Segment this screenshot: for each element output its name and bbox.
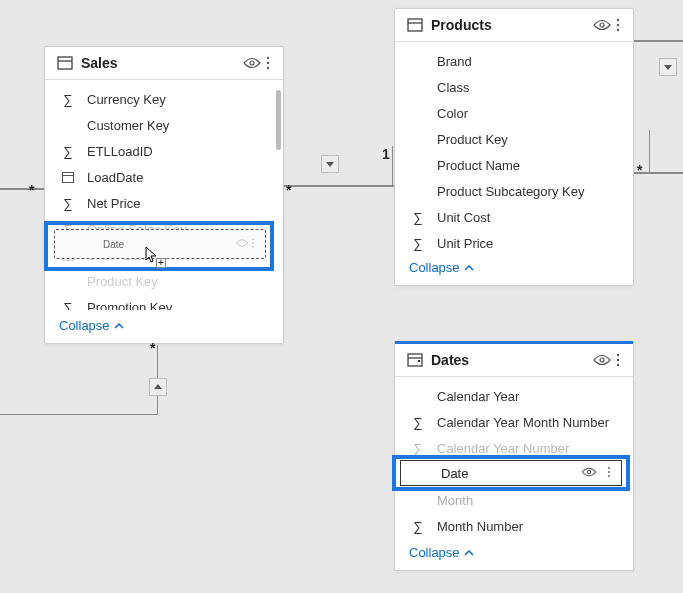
visibility-icon[interactable] [581, 466, 597, 481]
field-list[interactable]: ∑Currency Key Customer Key ∑ETLLoadID Lo… [45, 80, 283, 310]
svg-point-11 [252, 242, 254, 244]
more-icon[interactable] [263, 55, 273, 71]
sigma-icon: ∑ [59, 300, 77, 311]
more-icon[interactable] [605, 465, 613, 482]
field-row[interactable]: Product Name [395, 152, 633, 178]
collapse-link[interactable]: Collapse [395, 252, 633, 285]
visibility-icon[interactable] [593, 353, 611, 367]
table-header[interactable]: Products [395, 9, 633, 42]
table-dates[interactable]: Dates Calendar Year ∑Calendar Year Month… [394, 341, 634, 571]
table-title: Products [431, 17, 585, 33]
sigma-icon: ∑ [409, 210, 427, 225]
chevron-up-icon [464, 545, 474, 560]
svg-point-5 [267, 67, 269, 69]
field-row[interactable]: Product Key [395, 126, 633, 152]
cardinality-one: 1 [382, 146, 390, 162]
chevron-up-icon [464, 260, 474, 275]
table-icon [407, 17, 423, 33]
field-row[interactable]: ∑Unit Cost [395, 204, 633, 230]
sigma-icon: ∑ [409, 236, 427, 251]
field-row[interactable]: ∑ETLLoadID [45, 138, 283, 164]
cardinality-many: * [286, 182, 291, 198]
sigma-icon: ∑ [409, 441, 427, 456]
field-row[interactable]: ∑Calendar Year Month Number [395, 409, 633, 435]
collapse-link[interactable]: Collapse [395, 537, 633, 570]
svg-point-4 [267, 62, 269, 64]
svg-point-15 [600, 23, 604, 27]
table-icon [57, 55, 73, 71]
copy-badge: + [156, 258, 166, 268]
field-row[interactable]: Brand [395, 48, 633, 74]
field-row[interactable]: ∑Promotion Key [45, 294, 283, 310]
table-title: Dates [431, 352, 585, 368]
svg-point-24 [617, 364, 619, 366]
chevron-up-icon [114, 318, 124, 333]
svg-point-17 [617, 24, 619, 26]
scrollbar-thumb[interactable] [276, 90, 281, 150]
svg-point-22 [617, 354, 619, 356]
cardinality-many: * [29, 182, 34, 198]
svg-point-18 [617, 29, 619, 31]
sigma-icon: ∑ [409, 519, 427, 534]
table-sales[interactable]: Sales ∑Currency Key Customer Key ∑ETLLoa… [44, 46, 284, 344]
filter-direction-arrow [149, 378, 167, 396]
field-row[interactable]: Product Subcategory Key [395, 178, 633, 204]
more-icon [249, 237, 257, 251]
svg-point-10 [252, 238, 254, 240]
sigma-icon: ∑ [59, 196, 77, 211]
svg-point-16 [617, 19, 619, 21]
svg-point-25 [587, 470, 590, 473]
svg-point-27 [608, 471, 610, 473]
svg-point-21 [600, 358, 604, 362]
field-list[interactable]: Calendar Year ∑Calendar Year Month Numbe… [395, 377, 633, 537]
svg-point-28 [608, 475, 610, 477]
field-row[interactable]: LoadDate [45, 164, 283, 190]
svg-point-23 [617, 359, 619, 361]
svg-rect-0 [58, 57, 72, 69]
svg-rect-13 [408, 19, 422, 31]
visibility-icon [235, 238, 249, 250]
field-list[interactable]: Brand Class Color Product Key Product Na… [395, 42, 633, 252]
field-row[interactable]: Product Key [45, 268, 283, 294]
table-title: Sales [81, 55, 235, 71]
sigma-icon: ∑ [409, 415, 427, 430]
field-row[interactable]: Color [395, 100, 633, 126]
filter-direction-arrow [321, 155, 339, 173]
svg-point-3 [267, 57, 269, 59]
field-row[interactable]: Month [395, 487, 633, 513]
collapse-link[interactable]: Collapse [45, 310, 283, 343]
table-header[interactable]: Sales [45, 47, 283, 80]
svg-rect-6 [63, 173, 74, 183]
svg-point-2 [250, 61, 254, 65]
svg-point-12 [252, 246, 254, 248]
more-icon[interactable] [613, 17, 623, 33]
cardinality-many: * [637, 162, 642, 178]
field-row[interactable]: Class [395, 74, 633, 100]
visibility-icon[interactable] [243, 56, 261, 70]
svg-point-26 [608, 467, 610, 469]
filter-direction-arrow [659, 58, 677, 76]
visibility-icon[interactable] [593, 18, 611, 32]
drag-ghost: Date [54, 229, 266, 259]
table-header[interactable]: Dates [395, 344, 633, 377]
sigma-icon: ∑ [59, 92, 77, 107]
field-row[interactable]: ∑Currency Key [45, 86, 283, 112]
more-icon[interactable] [613, 352, 623, 368]
field-row[interactable]: Customer Key [45, 112, 283, 138]
table-products[interactable]: Products Brand Class Color Product Key P… [394, 8, 634, 286]
field-row[interactable]: ∑Calendar Year Number [395, 435, 633, 461]
field-row[interactable]: ∑Net Price [45, 190, 283, 216]
field-row[interactable]: ∑Month Number [395, 513, 633, 537]
selected-field-date[interactable]: Date [400, 460, 622, 486]
cardinality-many: * [150, 340, 155, 356]
calculation-table-icon [407, 352, 423, 368]
sigma-icon: ∑ [59, 144, 77, 159]
field-row[interactable]: Calendar Year [395, 383, 633, 409]
field-row[interactable]: ∑Unit Price [395, 230, 633, 252]
calendar-icon [59, 170, 77, 184]
model-canvas[interactable]: * 1 * 1 * * Sales ∑Currency Key Cust [0, 0, 683, 593]
